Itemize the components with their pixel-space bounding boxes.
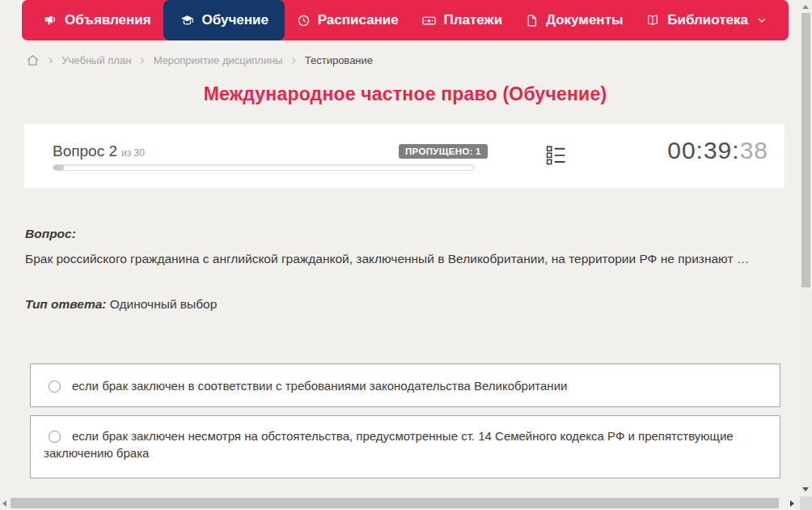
vertical-scrollbar-thumb[interactable] [801, 13, 810, 287]
chevron-down-icon [757, 15, 767, 25]
answer-type-row: Тип ответа: Одиночный выбор [25, 297, 785, 312]
nav-item-payments[interactable]: Платежи [411, 0, 514, 40]
question-section: Вопрос: Брак российского гражданина с ан… [25, 227, 785, 312]
vertical-scrollbar[interactable] [800, 0, 812, 496]
scroll-left-arrow-icon[interactable] [2, 500, 6, 507]
book-icon [645, 13, 660, 28]
question-progress-fill [53, 165, 64, 170]
breadcrumb-separator: › [140, 53, 144, 66]
question-text: Брак российского гражданина с английской… [25, 249, 785, 270]
question-progress-bar [53, 164, 475, 171]
nav-item-documents[interactable]: Документы [514, 0, 634, 40]
question-number-label: Вопрос 2 [53, 142, 117, 159]
main-content: Объявления Обучение Расписание Платежи Д… [22, 0, 789, 478]
megaphone-icon [44, 14, 57, 28]
clock-icon [297, 14, 311, 28]
nav-item-label: Платежи [444, 12, 503, 28]
question-header-panel: Вопрос 2из 30 ПРОПУЩЕНО: 1 00:39:38 [24, 124, 785, 188]
radio-icon[interactable] [49, 380, 61, 393]
answer-option-1[interactable]: если брак заключен в соответствии с треб… [30, 363, 780, 407]
test-timer: 00:39:38 [667, 137, 768, 164]
breadcrumb-separator: › [49, 53, 53, 66]
graduation-cap-icon [180, 13, 195, 28]
answer-option-text: если брак заключен в соответствии с треб… [72, 379, 567, 393]
question-list-button[interactable] [544, 145, 567, 168]
scroll-down-arrow-icon[interactable] [802, 487, 809, 491]
nav-item-label: Расписание [318, 12, 399, 28]
timer-seconds: 38 [740, 137, 768, 164]
page-title: Международное частное право (Обучение) [22, 83, 789, 105]
scrollbar-corner [800, 496, 812, 510]
question-total: из 30 [121, 147, 145, 159]
home-icon[interactable] [26, 53, 40, 67]
question-list-icon [546, 145, 566, 168]
nav-item-label: Документы [546, 12, 624, 28]
breadcrumb: › Учебный план › Мероприятие дисциплины … [26, 49, 789, 72]
nav-item-announcements[interactable]: Объявления [33, 0, 162, 40]
scroll-up-arrow-icon[interactable] [802, 5, 809, 9]
breadcrumb-item-testing: Тестирование [305, 54, 373, 66]
nav-item-schedule[interactable]: Расписание [286, 0, 409, 40]
scroll-right-arrow-icon[interactable] [790, 500, 794, 507]
breadcrumb-item-curriculum[interactable]: Учебный план [61, 54, 131, 66]
document-icon [525, 14, 539, 28]
nav-item-label: Библиотека [667, 12, 748, 28]
skipped-badge: ПРОПУЩЕНО: 1 [399, 144, 488, 159]
nav-item-library[interactable]: Библиотека [635, 0, 777, 40]
answer-type-value: Одиночный выбор [110, 297, 218, 311]
horizontal-scrollbar-thumb[interactable] [11, 498, 779, 508]
nav-item-learning[interactable]: Обучение [163, 0, 285, 40]
radio-icon[interactable] [49, 431, 61, 443]
answer-type-label: Тип ответа: [25, 297, 107, 311]
nav-item-label: Объявления [65, 12, 151, 28]
timer-minutes: 00:39: [667, 137, 739, 164]
banknote-icon [421, 13, 437, 28]
answer-option-text: если брак заключен несмотря на обстоятел… [44, 429, 734, 460]
answers-list: если брак заключен в соответствии с треб… [30, 363, 780, 478]
breadcrumb-separator: › [291, 53, 295, 66]
question-label: Вопрос: [25, 227, 785, 241]
horizontal-scrollbar[interactable] [0, 496, 800, 510]
answer-option-2[interactable]: если брак заключен несмотря на обстоятел… [30, 415, 780, 478]
question-number: Вопрос 2из 30 [53, 142, 145, 160]
nav-item-label: Обучение [202, 12, 269, 28]
top-navigation: Объявления Обучение Расписание Платежи Д… [22, 0, 789, 40]
breadcrumb-item-discipline-event[interactable]: Мероприятие дисциплины [154, 54, 283, 66]
